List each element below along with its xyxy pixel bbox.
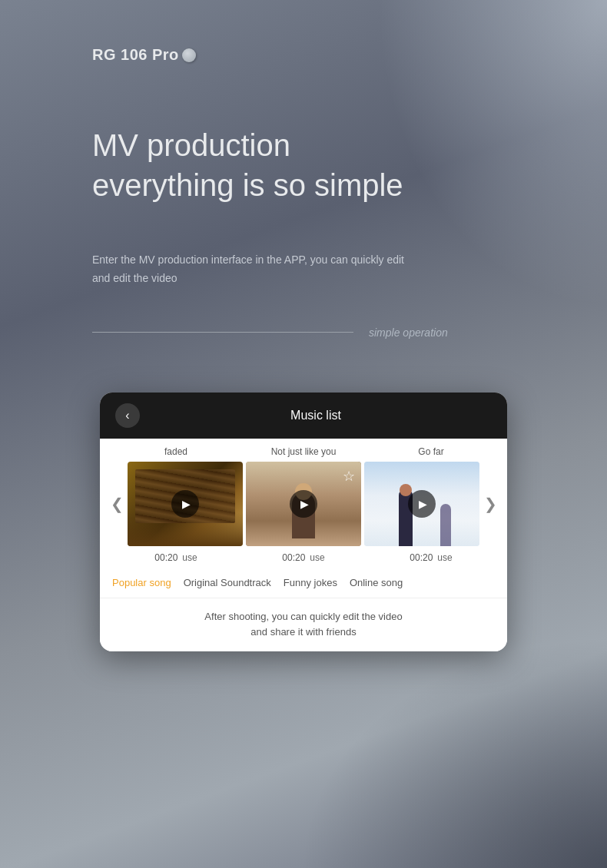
divider-row: simple operation bbox=[92, 326, 515, 339]
back-button[interactable]: ‹ bbox=[115, 403, 140, 428]
play-button-2[interactable] bbox=[290, 490, 317, 518]
brand-header: RG 106 Pro bbox=[92, 46, 515, 64]
track-label-2: Not just like you bbox=[240, 446, 367, 457]
track-item-3[interactable] bbox=[364, 462, 479, 546]
track-thumb-3 bbox=[364, 462, 479, 546]
cat-ost[interactable]: Original Soundtrack bbox=[184, 577, 271, 588]
track-labels-row: faded Not just like you Go far bbox=[100, 439, 507, 462]
music-card-title: Music list bbox=[140, 409, 492, 422]
footer-line2: and share it with friends bbox=[115, 624, 492, 641]
track-label-1: faded bbox=[112, 446, 240, 457]
cat-online[interactable]: Online song bbox=[350, 577, 403, 588]
music-list-card: ‹ Music list faded Not just like you Go … bbox=[100, 393, 507, 652]
favorite-icon-2[interactable]: ☆ bbox=[343, 468, 355, 485]
brand-name: RG 106 Pro bbox=[92, 46, 179, 64]
headline-line1: MV production bbox=[92, 125, 515, 165]
category-tabs: Popular song Original Soundtrack Funny j… bbox=[100, 569, 507, 598]
track-control-1: 00:20 use bbox=[112, 552, 240, 563]
track-item-2[interactable]: ☆ bbox=[246, 462, 361, 546]
cat-popular[interactable]: Popular song bbox=[112, 577, 171, 588]
use-button-1[interactable]: use bbox=[182, 552, 197, 563]
brand-icon bbox=[182, 48, 196, 62]
use-button-2[interactable]: use bbox=[310, 552, 324, 563]
headline-line2: everything is so simple bbox=[92, 165, 515, 205]
music-card-footer: After shooting, you can quickly edit the… bbox=[100, 598, 507, 652]
cat-funny[interactable]: Funny jokes bbox=[284, 577, 337, 588]
use-button-3[interactable]: use bbox=[437, 552, 452, 563]
footer-line1: After shooting, you can quickly edit the… bbox=[115, 609, 492, 625]
track-label-3: Go far bbox=[367, 446, 495, 457]
track-thumb-1 bbox=[128, 462, 243, 546]
track-item-1[interactable] bbox=[128, 462, 243, 546]
tracks-container: ☆ bbox=[128, 462, 479, 546]
time-3: 00:20 bbox=[410, 552, 433, 563]
next-arrow[interactable]: ❯ bbox=[479, 493, 501, 515]
simple-operation-label: simple operation bbox=[369, 326, 448, 339]
play-button-3[interactable] bbox=[408, 490, 436, 518]
description-text: Enter the MV production interface in the… bbox=[92, 251, 415, 288]
divider-line bbox=[92, 332, 353, 333]
track-control-2: 00:20 use bbox=[240, 552, 367, 563]
music-card-header: ‹ Music list bbox=[100, 393, 507, 439]
track-control-3: 00:20 use bbox=[367, 552, 495, 563]
track-thumb-2: ☆ bbox=[246, 462, 361, 546]
tracks-row: ❮ ☆ bbox=[100, 462, 507, 546]
headline: MV production everything is so simple bbox=[92, 125, 515, 205]
time-1: 00:20 bbox=[154, 552, 177, 563]
track-controls-row: 00:20 use 00:20 use 00:20 use bbox=[100, 546, 507, 569]
time-2: 00:20 bbox=[282, 552, 305, 563]
prev-arrow[interactable]: ❮ bbox=[106, 493, 128, 515]
play-button-1[interactable] bbox=[171, 490, 199, 518]
